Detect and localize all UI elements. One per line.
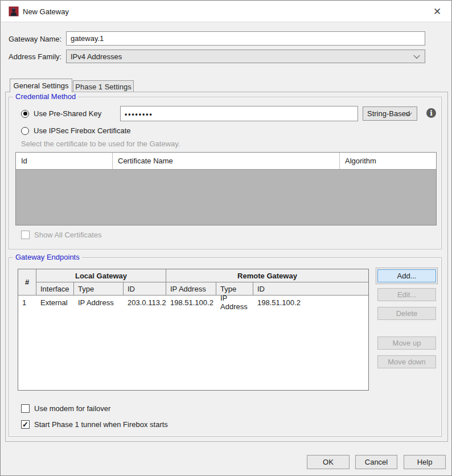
use-ipsec-certificate-radio[interactable]: Use IPSec Firebox Certificate xyxy=(21,126,131,135)
certificate-table[interactable]: Id Certificate Name Algorithm xyxy=(15,152,437,225)
endpoints-table-header: # Local Gateway Remote Gateway Interface… xyxy=(18,269,368,296)
cell-ip-address: 198.51.100.2 xyxy=(166,296,216,309)
use-modem-failover-checkbox[interactable]: Use modem for failover xyxy=(21,404,110,413)
start-phase1-tunnel-label: Start Phase 1 tunnel when Firebox starts xyxy=(34,420,168,429)
cell-number: 1 xyxy=(18,296,36,309)
column-header-local-id[interactable]: ID xyxy=(124,282,166,296)
column-group-remote-gateway[interactable]: Remote Gateway xyxy=(166,269,368,282)
tab-label: General Settings xyxy=(14,81,69,90)
address-family-value: IPv4 Addresses xyxy=(71,52,122,61)
column-header-number[interactable]: # xyxy=(18,269,36,296)
gateway-name-label: Gateway Name: xyxy=(9,35,61,43)
start-phase1-tunnel-checkbox[interactable]: ✓ Start Phase 1 tunnel when Firebox star… xyxy=(21,420,168,429)
cell-interface: External xyxy=(36,296,74,309)
column-header-algorithm[interactable]: Algorithm xyxy=(340,153,436,169)
checkbox-unchecked-icon xyxy=(21,404,30,413)
cell-remote-id: 198.51.100.2 xyxy=(253,296,368,309)
address-family-label: Address Family: xyxy=(9,52,61,61)
delete-button[interactable]: Delete xyxy=(377,307,436,320)
certificate-table-body-empty xyxy=(16,170,436,225)
column-header-remote-id[interactable]: ID xyxy=(253,282,368,296)
key-type-select[interactable]: String-Based xyxy=(363,106,417,121)
tab-phase1-settings[interactable]: Phase 1 Settings xyxy=(73,80,134,92)
show-all-certificates-checkbox[interactable]: Show All Certificates xyxy=(21,231,102,239)
ok-button[interactable]: OK xyxy=(307,455,350,469)
tab-general-settings[interactable]: General Settings xyxy=(10,79,72,92)
pre-shared-key-input[interactable]: •••••••• xyxy=(120,106,358,121)
radio-selected-icon xyxy=(21,110,29,118)
column-header-ip-address[interactable]: IP Address xyxy=(166,282,216,296)
edit-button[interactable]: Edit... xyxy=(377,288,436,301)
gateway-endpoints-table[interactable]: # Local Gateway Remote Gateway Interface… xyxy=(18,269,369,391)
column-header-certificate-name[interactable]: Certificate Name xyxy=(113,153,340,169)
checkbox-checked-icon: ✓ xyxy=(21,420,30,429)
column-header-local-type[interactable]: Type xyxy=(74,282,124,296)
watchguard-app-icon xyxy=(9,6,19,17)
cancel-button[interactable]: Cancel xyxy=(355,455,397,469)
window-title: New Gateway xyxy=(23,7,69,16)
cell-local-id: 203.0.113.2 xyxy=(124,296,166,309)
gateway-name-input[interactable]: gateway.1 xyxy=(66,31,425,46)
move-up-button[interactable]: Move up xyxy=(377,337,436,350)
table-row[interactable]: 1 External IP Address 203.0.113.2 198.51… xyxy=(18,296,368,309)
pre-shared-key-value: •••••••• xyxy=(125,109,153,118)
help-button[interactable]: Help xyxy=(404,455,446,469)
use-ipsec-certificate-label: Use IPSec Firebox Certificate xyxy=(34,126,131,135)
cell-remote-type: IP Address xyxy=(216,296,253,309)
use-pre-shared-key-radio[interactable]: Use Pre-Shared Key xyxy=(21,109,101,118)
checkbox-unchecked-icon xyxy=(21,231,30,239)
add-button[interactable]: Add... xyxy=(377,269,436,282)
move-down-button[interactable]: Move down xyxy=(377,355,436,368)
address-family-select[interactable]: IPv4 Addresses xyxy=(66,50,425,63)
radio-unselected-icon xyxy=(21,127,29,135)
info-icon[interactable]: i xyxy=(426,108,436,118)
certificate-table-header: Id Certificate Name Algorithm xyxy=(16,153,436,170)
chevron-down-icon xyxy=(413,52,420,59)
column-group-local-gateway[interactable]: Local Gateway xyxy=(36,269,166,282)
credential-method-legend: Credential Method xyxy=(13,92,78,101)
title-bar: New Gateway ✕ xyxy=(1,1,451,22)
gateway-endpoints-legend: Gateway Endpoints xyxy=(13,253,82,261)
use-pre-shared-key-label: Use Pre-Shared Key xyxy=(34,109,101,118)
column-header-id[interactable]: Id xyxy=(16,153,113,169)
cell-local-type: IP Address xyxy=(74,296,124,309)
new-gateway-dialog: New Gateway ✕ Gateway Name: gateway.1 Ad… xyxy=(0,0,452,476)
use-modem-failover-label: Use modem for failover xyxy=(34,404,110,413)
tab-label: Phase 1 Settings xyxy=(75,83,131,91)
gateway-name-value: gateway.1 xyxy=(71,34,104,43)
column-header-interface[interactable]: Interface xyxy=(36,282,74,296)
key-type-value: String-Based xyxy=(367,109,410,118)
close-icon[interactable]: ✕ xyxy=(430,5,444,19)
certificate-hint-text: Select the certificate to be used for th… xyxy=(21,139,180,148)
show-all-certificates-label: Show All Certificates xyxy=(34,231,102,239)
